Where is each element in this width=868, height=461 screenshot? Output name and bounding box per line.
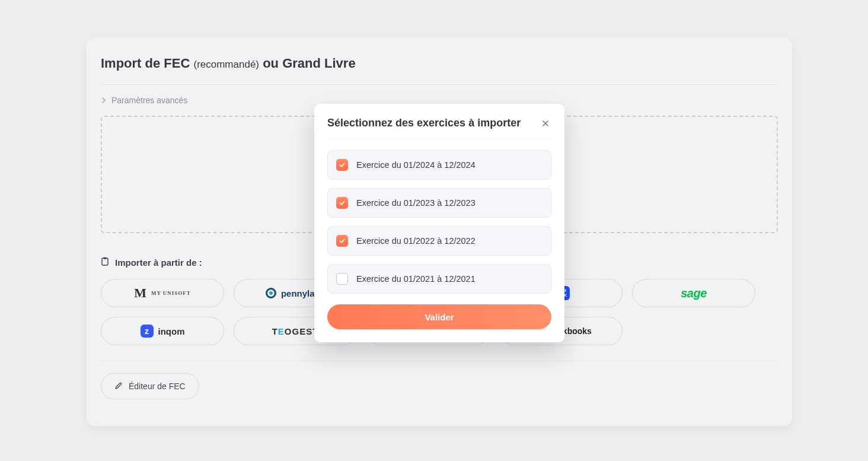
- exercise-row[interactable]: Exercice du 01/2021 à 12/2021: [327, 264, 551, 294]
- pencil-icon: [114, 381, 123, 392]
- provider-label: MY UNISOFT: [151, 290, 191, 296]
- divider: [101, 84, 778, 85]
- modal-title: Sélectionnez des exercices à importer: [327, 117, 521, 129]
- modal-header: Sélectionnez des exercices à importer: [327, 117, 551, 139]
- checkbox-unchecked-icon[interactable]: [336, 273, 348, 285]
- page-title: Import de FEC (recommandé) ou Grand Livr…: [101, 56, 778, 71]
- exercise-label: Exercice du 01/2021 à 12/2021: [356, 274, 476, 284]
- title-prefix: Import de FEC: [101, 56, 190, 71]
- provider-inqom[interactable]: z inqom: [101, 317, 224, 345]
- myunisoft-logo-icon: M: [134, 285, 146, 301]
- divider: [101, 361, 778, 361]
- advanced-params-label: Paramètres avancés: [111, 96, 187, 105]
- clipboard-icon: [101, 257, 109, 268]
- provider-sage[interactable]: sage: [632, 279, 755, 307]
- title-suffix: ou Grand Livre: [263, 56, 355, 71]
- provider-label: TEOGEST: [272, 326, 319, 336]
- chevron-right-icon: [101, 97, 107, 103]
- checkbox-checked-icon[interactable]: [336, 197, 348, 209]
- exercise-label: Exercice du 01/2023 à 12/2023: [356, 198, 476, 208]
- inqom-logo-icon: z: [141, 325, 154, 338]
- select-exercises-modal: Sélectionnez des exercices à importer Ex…: [314, 104, 564, 342]
- close-icon[interactable]: [540, 117, 551, 129]
- checkbox-checked-icon[interactable]: [336, 159, 348, 171]
- provider-label: inqom: [158, 326, 185, 336]
- provider-myunisoft[interactable]: M MY UNISOFT: [101, 279, 224, 307]
- fec-editor-label: Éditeur de FEC: [129, 381, 186, 391]
- exercise-row[interactable]: Exercice du 01/2023 à 12/2023: [327, 188, 551, 218]
- exercise-label: Exercice du 01/2024 à 12/2024: [356, 160, 476, 170]
- validate-button[interactable]: Valider: [327, 304, 551, 329]
- title-recommended: (recommandé): [193, 59, 259, 70]
- exercise-row[interactable]: Exercice du 01/2024 à 12/2024: [327, 150, 551, 180]
- pennylane-logo-icon: [266, 288, 276, 298]
- provider-label: sage: [681, 287, 707, 300]
- exercise-row[interactable]: Exercice du 01/2022 à 12/2022: [327, 226, 551, 256]
- exercise-label: Exercice du 01/2022 à 12/2022: [356, 236, 476, 246]
- validate-label: Valider: [425, 312, 454, 322]
- checkbox-checked-icon[interactable]: [336, 235, 348, 247]
- fec-editor-button[interactable]: Éditeur de FEC: [101, 373, 199, 399]
- svg-rect-1: [104, 257, 107, 259]
- import-from-label: Importer à partir de :: [115, 257, 202, 268]
